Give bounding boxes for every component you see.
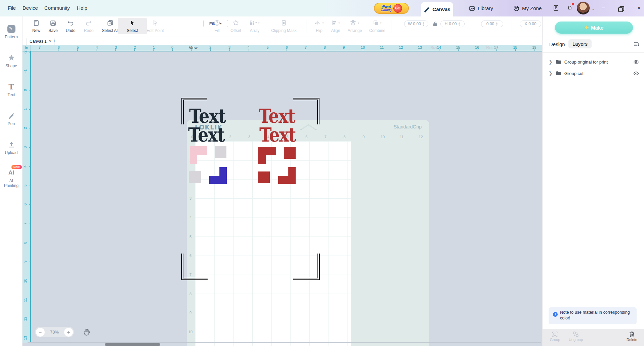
- v-ruler-number: 10: [23, 278, 29, 283]
- material-paper[interactable]: [195, 141, 351, 346]
- menu-device[interactable]: Device: [23, 5, 38, 11]
- make-button[interactable]: ✦ Make: [555, 22, 633, 34]
- add-canvas-button[interactable]: +: [53, 38, 56, 44]
- width-stepper[interactable]: ▲▼: [422, 22, 425, 26]
- v-ruler-number: 13: [23, 335, 29, 341]
- mat-grip-label: StandardGrip: [394, 124, 422, 129]
- mat-top-number: 2: [227, 135, 233, 139]
- registration-corner-mark[interactable]: [181, 254, 208, 280]
- tab-design[interactable]: Design: [549, 41, 565, 47]
- h-ruler-number: 4: [245, 45, 253, 49]
- horizontal-scrollbar[interactable]: [105, 343, 160, 346]
- pan-hand-icon[interactable]: [82, 328, 91, 337]
- rotate-input[interactable]: 0.00 ▲▼: [481, 21, 503, 27]
- user-avatar[interactable]: [576, 1, 590, 15]
- clipping-mask-button[interactable]: Clipping Mask: [265, 18, 302, 33]
- layer-sort-icon[interactable]: [634, 41, 640, 47]
- chevron-right-icon[interactable]: ❯: [549, 71, 553, 76]
- height-stepper[interactable]: ▲▼: [458, 22, 461, 26]
- ai-painting-icon: AI New: [0, 168, 23, 177]
- v-ruler-number: -1: [23, 68, 29, 74]
- h-ruler-tick: [382, 49, 382, 51]
- window-close-button[interactable]: ×: [636, 5, 642, 11]
- v-ruler-number: 9: [23, 259, 29, 264]
- v-ruler-tick: [29, 262, 30, 262]
- canvas-border: [28, 342, 541, 343]
- ipaint-gallery-promo-button[interactable]: iPaintGallery GO: [374, 3, 409, 14]
- design-square-shape[interactable]: [215, 146, 226, 158]
- nav-tab-canvas[interactable]: Canvas: [421, 2, 453, 16]
- edit-point-button[interactable]: Edit Point: [141, 18, 170, 33]
- h-ruler-tick: [515, 49, 516, 51]
- h-ruler-number: 10: [359, 45, 367, 49]
- v-ruler-number: 3: [23, 145, 29, 150]
- width-input[interactable]: W0.00 ▲▼: [404, 21, 428, 27]
- folder-icon: [556, 60, 561, 64]
- chevron-right-icon[interactable]: ❯: [549, 59, 553, 65]
- registration-corner-mark[interactable]: [181, 98, 207, 124]
- h-ruler-number: -5: [73, 45, 81, 49]
- canvas-tab-close-icon[interactable]: ×: [49, 39, 51, 44]
- nav-tab-library[interactable]: Library: [469, 0, 493, 16]
- tab-layers[interactable]: Layers: [568, 39, 592, 48]
- sidebar-item-pattern[interactable]: Pattern: [0, 25, 23, 39]
- design-text-object[interactable]: Text: [188, 125, 224, 145]
- v-ruler-tick: [29, 71, 30, 71]
- layer-row-group-cut[interactable]: ❯ Group cut: [543, 67, 644, 79]
- registration-corner-mark[interactable]: [293, 254, 320, 280]
- trash-icon: [627, 331, 637, 338]
- ungroup-icon: [569, 331, 583, 338]
- size-group-label: Size: [430, 45, 438, 50]
- sidebar-item-text[interactable]: T Text: [0, 82, 23, 97]
- nav-tab-my-zone[interactable]: My Zone: [513, 0, 542, 16]
- zoom-in-button[interactable]: +: [64, 328, 73, 337]
- menu-community[interactable]: Community: [44, 5, 70, 11]
- zoom-out-button[interactable]: −: [36, 328, 45, 337]
- canvas-tab-label: Canvas 1: [30, 39, 47, 44]
- visibility-eye-icon[interactable]: [633, 60, 639, 64]
- aspect-lock-icon[interactable]: [433, 22, 437, 26]
- v-ruler-tick: [29, 300, 30, 300]
- canvas-workspace[interactable]: LOKLIK StandardGrip 01234567891011121234…: [23, 51, 542, 346]
- toolbar-separator: [512, 20, 512, 33]
- h-ruler-tick: [153, 49, 154, 51]
- h-ruler-number: 7: [302, 45, 310, 49]
- h-ruler-number: 6: [283, 45, 291, 49]
- h-ruler-number: 3: [225, 45, 233, 49]
- array-button[interactable]: ▼ Array: [240, 18, 269, 33]
- registration-corner-mark[interactable]: [293, 98, 319, 124]
- h-ruler-tick: [39, 49, 39, 51]
- menu-help[interactable]: Help: [77, 5, 87, 11]
- sidebar-item-shape[interactable]: Shape: [0, 53, 23, 68]
- x-position-input[interactable]: X0.00: [520, 21, 541, 27]
- menu-file[interactable]: File: [8, 5, 16, 11]
- combine-button[interactable]: ▼ Combine: [363, 18, 392, 33]
- h-ruler-tick: [344, 49, 344, 51]
- delete-button[interactable]: Delete: [627, 331, 637, 342]
- ungroup-button[interactable]: Ungroup: [569, 331, 583, 342]
- rotate-stepper[interactable]: ▲▼: [496, 22, 498, 26]
- clipboard-icon[interactable]: [553, 5, 559, 11]
- design-text-object[interactable]: Text: [259, 125, 296, 145]
- nav-tab-canvas-label: Canvas: [432, 6, 450, 12]
- window-minimize-button[interactable]: −: [600, 5, 607, 11]
- canvas-tab[interactable]: Canvas 1 ×: [27, 38, 54, 45]
- height-input[interactable]: H0.00 ▲▼: [440, 21, 465, 27]
- h-ruler-number: 11: [378, 45, 386, 49]
- design-square-shape[interactable]: [189, 171, 201, 183]
- layer-row-group-original[interactable]: ❯ Group original for print: [543, 56, 644, 68]
- v-ruler-number: 5: [23, 183, 29, 188]
- h-ruler-tick: [172, 49, 173, 51]
- avatar-chevron-icon[interactable]: ⌄: [590, 5, 597, 12]
- sidebar-item-pen[interactable]: Pen: [0, 111, 23, 126]
- h-ruler-tick: [325, 49, 325, 51]
- sidebar-item-upload[interactable]: Upload: [0, 140, 23, 155]
- design-square-shape[interactable]: [258, 171, 270, 183]
- design-square-shape[interactable]: [284, 147, 296, 159]
- visibility-eye-icon[interactable]: [633, 71, 639, 76]
- sidebar-item-ai-painting[interactable]: AI New AIPainting: [0, 168, 23, 188]
- design-text-object[interactable]: Text: [259, 106, 295, 126]
- group-button[interactable]: Group: [550, 331, 560, 342]
- notifications-bell-icon[interactable]: [567, 5, 573, 11]
- window-restore-button[interactable]: [618, 6, 625, 12]
